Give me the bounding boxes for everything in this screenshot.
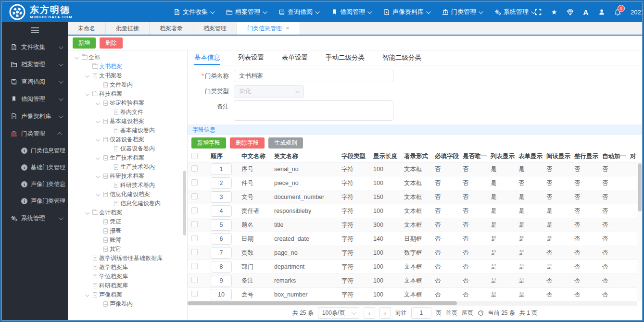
tree-item[interactable]: 学位档案库	[68, 272, 187, 281]
add-button[interactable]: 新增	[73, 37, 96, 49]
tree-item[interactable]: 鉴定检验档案	[68, 99, 187, 108]
tree-item[interactable]: 科研技术卷内	[68, 181, 187, 190]
sidebar-item-doc-collect[interactable]: 文件收集	[2, 38, 68, 56]
tab-category-info[interactable]: 门类信息管理 ×	[237, 22, 300, 35]
tree-item[interactable]: 其它	[68, 245, 187, 254]
tree-item[interactable]: 科研技术档案	[68, 172, 187, 181]
tab-archive-manage[interactable]: 档案管理	[193, 22, 237, 35]
tree-caret-icon[interactable]	[94, 138, 101, 141]
close-icon[interactable]: ×	[286, 22, 290, 35]
order-input[interactable]: 8	[211, 261, 232, 272]
prev-page-button[interactable]: ‹	[364, 307, 375, 319]
row-checkbox[interactable]	[191, 179, 198, 186]
row-checkbox[interactable]	[191, 263, 198, 269]
table-vertical-scrollbar[interactable]	[637, 162, 642, 301]
tree-item[interactable]: 信息化建设档案	[68, 190, 187, 199]
tree-item[interactable]: 卷内文件	[68, 108, 187, 117]
sidebar-item-media[interactable]: 声像资料库	[2, 108, 68, 125]
top-menu-archive[interactable]: 档案管理	[226, 8, 266, 16]
order-input[interactable]: 3	[211, 191, 232, 203]
row-checkbox[interactable]	[191, 291, 198, 297]
tree-item[interactable]: 报表	[68, 226, 187, 235]
tree-item[interactable]: 科技档案	[68, 89, 187, 99]
tree-caret-icon[interactable]	[94, 120, 101, 123]
font-icon[interactable]: A	[582, 8, 590, 16]
tree-item[interactable]: 仪器设备卷内	[68, 144, 187, 153]
tree-item[interactable]: 文书案卷	[68, 71, 187, 80]
page-size-select[interactable]: 100条/页	[318, 307, 359, 319]
tree-item[interactable]: 基本建设档案	[68, 117, 187, 126]
tree-item[interactable]: 声像卷内	[68, 299, 187, 309]
tree-item[interactable]: 凭证	[68, 217, 187, 226]
tree-item[interactable]: 生产技术档案	[68, 153, 187, 162]
category-name-input[interactable]	[234, 70, 393, 82]
sidebar-collapse-button[interactable]	[2, 22, 68, 38]
tree-item[interactable]: 生产技术卷内	[68, 162, 187, 172]
tree-caret-icon[interactable]	[94, 175, 101, 178]
row-checkbox[interactable]	[191, 277, 198, 283]
tree-item[interactable]: 声像档案	[68, 290, 187, 299]
tree-item[interactable]: 信息化建设卷内	[68, 199, 187, 208]
bell-icon[interactable]: 0	[614, 8, 621, 16]
tab-basic-info[interactable]: 基本信息	[194, 50, 220, 65]
sidebar-item-query[interactable]: 查询借阅	[2, 73, 68, 90]
row-checkbox[interactable]	[191, 193, 198, 199]
row-checkbox[interactable]	[191, 207, 198, 213]
table-horizontal-scrollbar[interactable]	[188, 301, 637, 306]
row-checkbox[interactable]	[191, 221, 198, 227]
tree-item[interactable]: 教学档案库	[68, 263, 187, 272]
tree-caret-icon[interactable]	[73, 56, 80, 59]
order-input[interactable]: 6	[211, 233, 232, 245]
tree-caret-icon[interactable]	[83, 294, 91, 297]
row-checkbox[interactable]	[191, 235, 198, 241]
tab-list-settings[interactable]: 列表设置	[238, 50, 264, 65]
sidebar-subitem[interactable]: 声像门类管理	[2, 193, 68, 210]
user-icon[interactable]	[598, 8, 606, 16]
first-page-link[interactable]: 首页	[446, 309, 457, 317]
row-checkbox[interactable]	[191, 165, 198, 172]
order-input[interactable]: 4	[211, 205, 232, 217]
order-input[interactable]: 10	[211, 289, 232, 300]
tree-item[interactable]: 文书档案	[68, 62, 187, 71]
order-input[interactable]: 5	[211, 219, 232, 231]
tree-caret-icon[interactable]	[94, 102, 101, 105]
delete-field-button[interactable]: 删除字段	[230, 137, 265, 149]
top-menu-borrow[interactable]: 借阅管理	[331, 8, 371, 16]
top-menu-category[interactable]: 门类管理	[442, 8, 482, 16]
note-textarea[interactable]	[234, 100, 393, 121]
category-type-select[interactable]: 简化	[234, 85, 304, 98]
tree-caret-icon[interactable]	[83, 74, 91, 77]
page-number-input[interactable]	[411, 307, 431, 319]
sidebar-subitem[interactable]: 声像门类信息	[2, 176, 68, 193]
top-menu-system[interactable]: 系统管理	[494, 8, 534, 16]
select-all-checkbox[interactable]	[191, 153, 198, 159]
order-input[interactable]: 7	[211, 247, 232, 259]
tree-caret-icon[interactable]	[94, 193, 101, 196]
sidebar-item-category[interactable]: 门类管理	[2, 125, 68, 142]
row-checkbox[interactable]	[191, 249, 198, 255]
sidebar-subitem[interactable]: 基础门类管理	[2, 159, 68, 176]
sidebar-subitem[interactable]: 门类信息管理	[2, 142, 68, 159]
tree-item[interactable]: 基本建设卷内	[68, 126, 187, 135]
tab-form-settings[interactable]: 表单设置	[282, 50, 308, 65]
last-page-link[interactable]: 尾页	[462, 309, 473, 317]
gem-icon[interactable]	[566, 8, 574, 16]
tree-item[interactable]: 文件卷内	[68, 80, 187, 89]
tree-caret-icon[interactable]	[94, 157, 101, 160]
tree-item[interactable]: 账簿	[68, 235, 187, 245]
tree-caret-icon[interactable]	[83, 93, 91, 96]
tab-manual-subclass[interactable]: 手动二级分类	[326, 50, 365, 65]
tree-caret-icon[interactable]	[83, 211, 91, 214]
refresh-icon[interactable]	[478, 310, 484, 316]
add-field-button[interactable]: 新增字段	[191, 137, 226, 149]
tab-batch-link[interactable]: 批量挂接	[106, 22, 150, 35]
delete-button[interactable]: 删除	[100, 37, 123, 49]
order-input[interactable]: 1	[211, 163, 232, 175]
order-input[interactable]: 9	[211, 275, 232, 286]
tab-archive-entry[interactable]: 档案著录	[150, 22, 193, 35]
top-menu-media[interactable]: 声像资料库	[383, 8, 429, 16]
tree-item[interactable]: 科研档案库	[68, 281, 187, 290]
tab-smart-subclass[interactable]: 智能二级分类	[382, 50, 421, 65]
sidebar-item-borrow[interactable]: 借阅管理	[2, 90, 68, 108]
sidebar-item-archive[interactable]: 档案管理	[2, 56, 68, 73]
